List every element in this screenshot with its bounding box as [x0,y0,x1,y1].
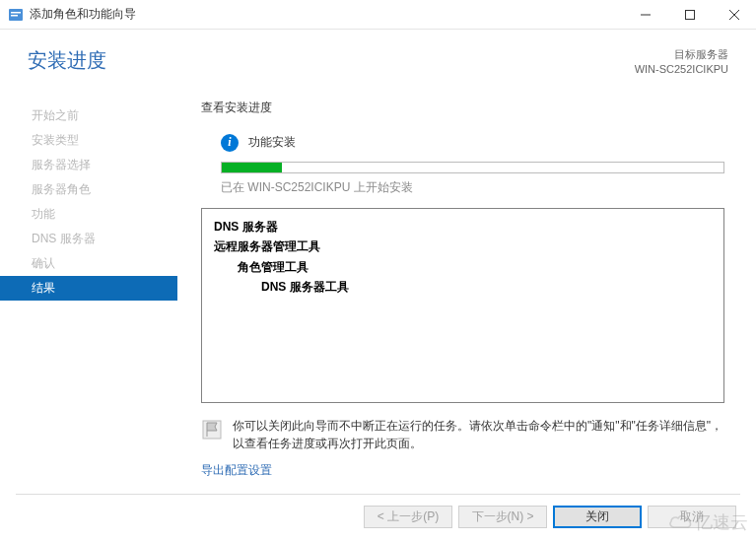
tree-item: 角色管理工具 [214,257,712,277]
flag-icon [201,419,223,440]
tree-item: 远程服务器管理工具 [214,237,712,256]
status-text: 功能安装 [248,134,296,151]
tree-item: DNS 服务器 [214,217,712,237]
header: 安装进度 目标服务器 WIN-SC252ICIKPU [0,30,756,88]
export-config-link[interactable]: 导出配置设置 [201,462,272,479]
minimize-button[interactable] [623,0,667,30]
target-info: 目标服务器 WIN-SC252ICIKPU [635,47,728,78]
progress-fill [222,163,282,172]
sidebar-item-server-roles: 服务器角色 [0,177,177,202]
sidebar: 开始之前 安装类型 服务器选择 服务器角色 功能 DNS 服务器 确认 结果 [0,88,177,479]
sidebar-item-confirm: 确认 [0,251,177,276]
footer: < 上一步(P) 下一步(N) > 关闭 取消 [364,506,736,528]
progress-bar [221,162,724,173]
sidebar-item-server-select: 服务器选择 [0,153,177,177]
tree-item: DNS 服务器工具 [214,277,712,297]
progress-label: 已在 WIN-SC252ICIKPU 上开始安装 [201,179,724,196]
info-icon: i [221,134,239,152]
hint-row: 你可以关闭此向导而不中断正在运行的任务。请依次单击命令栏中的"通知"和"任务详细… [201,417,724,452]
maximize-button[interactable] [667,0,712,30]
close-button[interactable] [712,0,756,30]
previous-button: < 上一步(P) [364,506,452,528]
wizard-icon [8,7,24,23]
content: 开始之前 安装类型 服务器选择 服务器角色 功能 DNS 服务器 确认 结果 查… [0,88,756,479]
svg-rect-1 [11,12,21,14]
install-list: DNS 服务器 远程服务器管理工具 角色管理工具 DNS 服务器工具 [201,208,724,403]
section-label: 查看安装进度 [201,100,724,116]
window-title: 添加角色和功能向导 [30,6,623,23]
window-controls [623,0,756,29]
close-wizard-button[interactable]: 关闭 [553,506,642,528]
sidebar-item-before-begin: 开始之前 [0,103,177,128]
cancel-button: 取消 [648,506,736,528]
titlebar: 添加角色和功能向导 [0,0,756,30]
sidebar-item-install-type: 安装类型 [0,128,177,153]
target-label: 目标服务器 [635,47,728,62]
status-row: i 功能安装 [201,134,724,152]
sidebar-item-results[interactable]: 结果 [0,276,177,301]
target-value: WIN-SC252ICIKPU [635,62,728,77]
hint-text: 你可以关闭此向导而不中断正在运行的任务。请依次单击命令栏中的"通知"和"任务详细… [233,417,724,452]
footer-divider [16,494,740,495]
wizard-title: 安装进度 [28,47,106,74]
main-panel: 查看安装进度 i 功能安装 已在 WIN-SC252ICIKPU 上开始安装 D… [177,88,740,479]
svg-rect-2 [11,15,18,17]
svg-rect-4 [685,11,694,20]
sidebar-item-dns-server: DNS 服务器 [0,227,177,251]
sidebar-item-features: 功能 [0,202,177,227]
next-button: 下一步(N) > [458,506,547,528]
